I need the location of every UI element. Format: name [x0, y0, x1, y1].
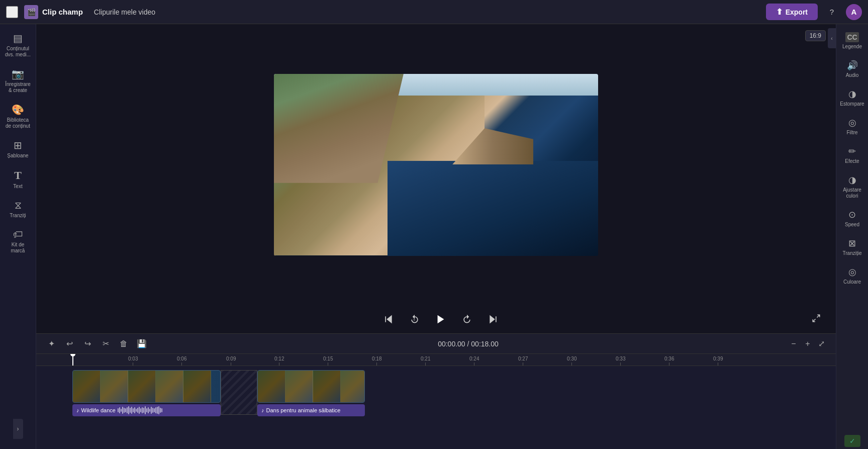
app-title: Clip champ	[42, 8, 83, 16]
waveform-bar	[131, 407, 132, 414]
sidebar-label-media: Conținutul dvs. medi...	[4, 46, 32, 58]
right-item-stamp[interactable]: ◑ Estompare	[838, 84, 866, 111]
color-icon: ◑	[848, 174, 856, 186]
right-collapse-button[interactable]: ‹	[828, 28, 836, 48]
zoom-out-button[interactable]: −	[788, 338, 800, 350]
help-icon: ?	[830, 8, 834, 16]
controls-center: 5	[379, 310, 502, 328]
breadcrumb[interactable]: Clipurile mele video	[89, 6, 160, 18]
audio-label-2: Dans pentru animale sălbatice	[266, 407, 341, 413]
right-item-color[interactable]: ◑ Ajustare culori	[838, 170, 866, 203]
rewind-button[interactable]: 5	[406, 310, 424, 328]
ruler-mark-015: 0:15	[323, 356, 333, 366]
video-preview-area: 16:9	[36, 24, 836, 305]
ruler-mark-003: 0:03	[128, 356, 138, 366]
play-pause-button[interactable]	[432, 310, 450, 328]
waveform-bar	[143, 408, 144, 413]
right-item-transitions-r[interactable]: ⊠ Tranziție	[838, 234, 866, 260]
waveform-bar	[145, 406, 146, 414]
topbar-right: ⬆ Export ? A	[766, 4, 862, 20]
skip-to-start-button[interactable]	[379, 310, 398, 328]
waveform-bar	[125, 408, 126, 412]
logo-area: 🎬 Clip champ	[24, 5, 83, 19]
sidebar-item-text[interactable]: T Text	[2, 165, 34, 194]
waveform-bar	[136, 409, 137, 412]
sidebar-expand-button[interactable]: ›	[13, 419, 23, 439]
video-frame	[274, 74, 598, 256]
right-item-captions[interactable]: CC Legende	[838, 28, 866, 54]
skip-to-end-button[interactable]	[484, 310, 502, 328]
sidebar-item-library[interactable]: 🎨 Biblioteca de conținut	[2, 100, 34, 133]
waveform-bar	[148, 407, 149, 413]
redo-button[interactable]: ↪	[80, 337, 94, 351]
sidebar-item-transitions[interactable]: ⧖ Tranziți	[2, 196, 34, 223]
timeline-ruler: 0:03 0:06 0:09 0:12	[36, 354, 836, 366]
right-item-audio[interactable]: 🔊 Audio	[838, 56, 866, 82]
templates-icon: ⊞	[14, 139, 22, 151]
right-item-speed[interactable]: ⊙ Speed	[838, 205, 866, 232]
export-label: Export	[786, 8, 808, 16]
controls-left: ·	[51, 313, 69, 326]
fullscreen-button[interactable]	[812, 314, 821, 325]
video-canvas	[274, 74, 598, 256]
waveform-bar	[152, 408, 153, 413]
smart-cut-button[interactable]: ✦	[44, 337, 58, 351]
sidebar-label-record: Înregistrare & create	[4, 81, 32, 94]
ruler-mark-039: 0:39	[713, 356, 723, 366]
library-icon: 🎨	[12, 104, 24, 116]
delete-button[interactable]: 🗑	[117, 337, 131, 351]
undo-button[interactable]: ↩	[62, 337, 76, 351]
sidebar-item-media[interactable]: ▤ Conținutul dvs. medi...	[2, 28, 34, 62]
audio-clip-2[interactable]: ♪ Dans pentru animale sălbatice	[257, 404, 365, 416]
zoom-in-button[interactable]: +	[802, 338, 814, 350]
video-clip-2[interactable]	[257, 370, 365, 403]
cut-button[interactable]: ✂	[99, 337, 113, 351]
save-clip-button[interactable]: 💾	[135, 337, 149, 351]
clip-thumb	[101, 371, 128, 402]
export-button[interactable]: ⬆ Export	[766, 4, 818, 20]
audio-clip-1[interactable]: ♪ Wildlife dance	[72, 404, 221, 416]
ruler-mark-036: 0:36	[664, 356, 674, 366]
fast-forward-button[interactable]	[458, 310, 476, 328]
stamp-icon: ◑	[848, 88, 856, 100]
waveform-bar	[142, 407, 143, 413]
player-controls: · 5	[36, 305, 836, 333]
video-clip-1[interactable]	[72, 370, 221, 403]
ruler-marks: 0:03 0:06 0:09 0:12	[36, 354, 836, 366]
right-label-speed: Speed	[845, 222, 859, 228]
user-avatar-button[interactable]: A	[846, 4, 862, 20]
waveform-bar	[158, 406, 159, 414]
waveform-bar	[155, 407, 156, 413]
right-item-cutout[interactable]: ◎ Culoare	[838, 262, 866, 289]
spacer: ·	[51, 313, 69, 326]
audio-icon-2: ♪	[261, 407, 264, 413]
right-item-filters[interactable]: ◎ Filtre	[838, 113, 866, 140]
sidebar-item-record[interactable]: 📷 Înregistrare & create	[2, 64, 34, 98]
waveform-bar	[128, 406, 129, 414]
waveform-bar	[140, 408, 141, 412]
confirm-area[interactable]: ✓	[844, 435, 860, 447]
waveform-bar	[157, 407, 158, 414]
right-label-stamp: Estompare	[840, 101, 864, 107]
timeline-toolbar: ✦ ↩ ↪ ✂ 🗑 💾 00:00.00 / 00:18.00 − + ⤢	[36, 334, 836, 354]
right-item-effects[interactable]: ✏ Efecte	[838, 142, 866, 168]
sidebar-item-templates[interactable]: ⊞ Șabloane	[2, 135, 34, 163]
waveform-bar	[121, 409, 122, 412]
ruler-mark-012: 0:12	[274, 356, 284, 366]
waveform-bar	[146, 408, 147, 412]
sidebar-item-brand[interactable]: 🏷 Kit de marcă	[2, 225, 34, 258]
right-sidebar: CC Legende 🔊 Audio ◑ Estompare ◎ Filtre …	[836, 24, 868, 449]
sky-element	[274, 74, 598, 96]
clip-thumb	[313, 371, 341, 402]
hamburger-menu-button[interactable]	[6, 6, 18, 18]
gap-area[interactable]	[221, 370, 257, 415]
help-button[interactable]: ?	[824, 4, 840, 20]
fit-to-window-button[interactable]: ⤢	[816, 338, 828, 350]
aspect-ratio-badge[interactable]: 16:9	[805, 30, 826, 41]
ruler-mark-033: 0:33	[616, 356, 625, 366]
playhead[interactable]	[72, 354, 73, 366]
ruler-mark-006: 0:06	[177, 356, 186, 366]
audio-waveform-1	[118, 406, 162, 414]
clip-thumb	[341, 371, 364, 402]
topbar-left: 🎬 Clip champ Clipurile mele video	[6, 5, 766, 19]
